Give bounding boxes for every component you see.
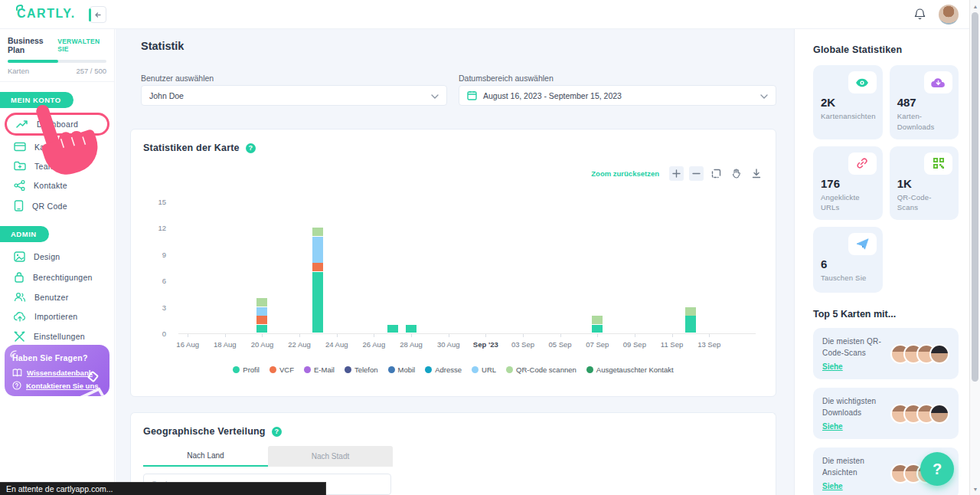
legend-item[interactable]: QR-Code scannen xyxy=(506,366,577,374)
x-axis-tick xyxy=(523,334,524,337)
user-select[interactable]: John Doe xyxy=(141,85,447,106)
browser-status-tooltip: En attente de cartlyapp.com... xyxy=(0,482,326,495)
legend-item[interactable]: Ausgetauschter Kontakt xyxy=(586,366,674,374)
bar-segment-qr-code-scannen[interactable] xyxy=(685,307,696,316)
x-axis-tick xyxy=(411,334,412,337)
x-axis-tick xyxy=(337,334,338,337)
zoom-in-icon[interactable] xyxy=(669,166,684,181)
logo-swirl-icon xyxy=(15,4,24,11)
x-axis-tick xyxy=(709,334,710,337)
calendar-icon xyxy=(467,90,477,100)
x-axis-tick-label: 22 Aug xyxy=(288,340,311,349)
bar-segment-profil[interactable] xyxy=(387,325,398,333)
help-tooltip-icon[interactable]: ? xyxy=(272,427,282,437)
x-axis-tick-label: 16 Aug xyxy=(176,340,199,349)
pan-hand-icon[interactable] xyxy=(729,166,743,181)
sidebar-item-kontakte[interactable]: Kontakte xyxy=(0,175,114,195)
sidebar-item-benutzer[interactable]: Benutzer xyxy=(0,287,114,307)
avatar-cluster xyxy=(890,344,951,364)
legend-dot xyxy=(304,366,311,373)
stat-card-downloads[interactable]: 487 Karten-Downloads xyxy=(890,65,959,139)
stat-card-qr-scans[interactable]: 1K QR-Code-Scans xyxy=(890,146,959,221)
folder-plus-icon xyxy=(14,161,26,171)
download-icon[interactable] xyxy=(749,166,763,181)
sidebar-item-design[interactable]: Design xyxy=(0,247,114,267)
browser-scrollbar[interactable]: ▲ ▼ xyxy=(969,0,980,495)
scrollbar-thumb[interactable] xyxy=(972,12,978,382)
legend-item[interactable]: Profil xyxy=(233,366,260,374)
sidebar-item-karten[interactable]: Karten xyxy=(0,137,114,156)
stat-card-clicked-urls[interactable]: 176 Angeklickte URLs xyxy=(813,146,883,221)
legend-item[interactable]: URL xyxy=(472,366,496,374)
siehe-link[interactable]: Siehe xyxy=(822,422,843,431)
scroll-down-arrow[interactable]: ▼ xyxy=(970,484,980,494)
legend-dot xyxy=(345,366,351,373)
tab-nach-stadt[interactable]: Nach Stadt xyxy=(268,446,393,467)
bar-segment-profil[interactable] xyxy=(592,325,603,333)
legend-dot xyxy=(233,366,240,373)
x-axis-tick-label: 11 Sep xyxy=(661,340,683,349)
legend-item[interactable]: Mobil xyxy=(388,366,416,374)
bar-segment-qr-code-scannen[interactable] xyxy=(256,298,267,307)
tab-nach-land[interactable]: Nach Land xyxy=(143,446,268,467)
stat-card-exchanges[interactable]: 6 Tauschen Sie xyxy=(813,227,883,293)
x-axis-tick-label: 13 Sep xyxy=(697,340,720,349)
sidebar-item-qr-code[interactable]: QR Code xyxy=(0,195,114,216)
bar-segment-vcf[interactable] xyxy=(256,316,267,324)
siehe-link[interactable]: Siehe xyxy=(822,362,843,371)
sidebar-collapse-button[interactable] xyxy=(90,6,106,23)
bar-segment-url[interactable] xyxy=(256,307,267,316)
sidebar-item-dashboard[interactable]: Dashboard xyxy=(5,113,109,136)
qr-phone-icon xyxy=(14,200,24,211)
admin-nav: Design Berechtigungen Benutzer Importier… xyxy=(0,247,114,346)
top5-title: Top 5 Karten mit... xyxy=(813,309,959,320)
bar-segment-profil[interactable] xyxy=(256,325,267,333)
bar-segment-profil[interactable] xyxy=(406,325,416,333)
user-avatar[interactable] xyxy=(939,5,959,25)
manage-plan-link[interactable]: VERWALTEN SIE xyxy=(57,38,108,53)
bar-segment-profil[interactable] xyxy=(312,272,323,333)
x-axis-line xyxy=(178,333,756,334)
image-icon xyxy=(14,251,25,262)
legend-dot xyxy=(388,366,395,373)
x-axis-tick-label: 07 Sep xyxy=(586,340,609,349)
legend-item[interactable]: VCF xyxy=(270,366,294,374)
top5-card-downloads: Die wichtigsten Downloads Siehe xyxy=(813,388,959,439)
legend-item[interactable]: E-Mail xyxy=(304,366,335,374)
stat-card-views[interactable]: 2K Kartenansichten xyxy=(813,65,883,139)
bar-segment-url[interactable] xyxy=(312,237,323,263)
right-panel: Globale Statistiken 2K Kartenansichten 4… xyxy=(794,29,969,495)
x-axis-tick xyxy=(188,334,188,337)
bar-segment-vcf[interactable] xyxy=(312,263,323,271)
legend-dot xyxy=(472,366,479,373)
legend-item[interactable]: Adresse xyxy=(425,366,462,374)
reset-zoom-link[interactable]: Zoom zurücksetzen xyxy=(591,169,659,178)
chart-card-title: Statistiken der Karte xyxy=(143,143,240,153)
plan-name: Business Plan xyxy=(8,36,57,54)
avatar xyxy=(929,344,949,364)
chevron-down-icon xyxy=(760,91,768,100)
sidebar-item-teams[interactable]: Teams xyxy=(0,156,114,175)
legend-item[interactable]: Telefon xyxy=(345,366,378,374)
notifications-bell-icon[interactable] xyxy=(913,8,926,25)
zoom-out-icon[interactable] xyxy=(689,166,704,181)
help-floating-button[interactable]: ? xyxy=(920,452,954,486)
card-icon xyxy=(14,142,26,152)
selection-zoom-icon[interactable] xyxy=(709,166,724,181)
bar-segment-profil[interactable] xyxy=(685,316,696,333)
sidebar-item-einstellungen[interactable]: Einstellungen xyxy=(0,326,114,346)
x-axis-tick xyxy=(560,334,561,337)
help-tooltip-icon[interactable]: ? xyxy=(246,143,256,153)
sidebar-item-importieren[interactable]: Importieren xyxy=(0,307,114,326)
date-range-select[interactable]: August 16, 2023 - September 15, 2023 xyxy=(459,85,776,106)
book-icon xyxy=(12,369,22,377)
avatar xyxy=(929,404,949,424)
bar-segment-qr-code-scannen[interactable] xyxy=(312,228,323,236)
lock-icon xyxy=(14,271,24,283)
scroll-up-arrow[interactable]: ▲ xyxy=(970,1,980,11)
siehe-link[interactable]: Siehe xyxy=(822,482,843,490)
sidebar-item-berechtigungen[interactable]: Berechtigungen xyxy=(0,267,114,287)
section-admin: ADMIN xyxy=(0,226,49,242)
bar-segment-qr-code-scannen[interactable] xyxy=(592,316,603,324)
date-filter-label: Datumsbereich auswählen xyxy=(459,74,554,83)
